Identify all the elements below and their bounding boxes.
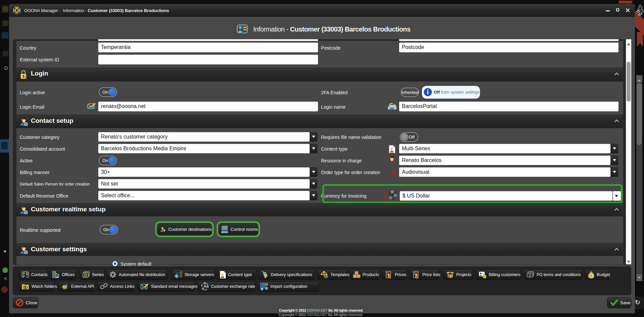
svg-text:$: $ (204, 282, 206, 285)
svg-text:X: X (266, 287, 268, 290)
svg-text:£: £ (207, 285, 208, 288)
svg-text:$: $ (590, 274, 592, 277)
svg-text:$: $ (392, 191, 393, 193)
svg-text:€: € (202, 288, 204, 290)
